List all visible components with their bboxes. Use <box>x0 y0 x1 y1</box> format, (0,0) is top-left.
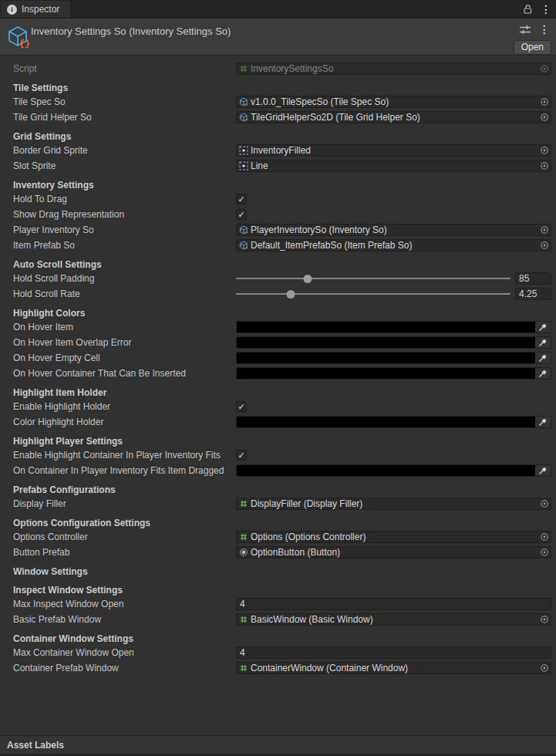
object-field[interactable]: PlayerInventorySo (Inventory So) <box>236 224 551 236</box>
object-field[interactable]: Default_ItemPrefabSo (Item Prefab So) <box>236 239 551 251</box>
object-picker-icon[interactable] <box>538 547 551 558</box>
color-swatch[interactable] <box>237 353 535 363</box>
sprite-icon <box>239 146 248 155</box>
slider-knob[interactable] <box>287 290 295 299</box>
sprite-icon <box>239 161 248 170</box>
section-header-grid-settings: Grid Settings <box>13 131 556 142</box>
field-label: Item Prefab So <box>13 240 236 251</box>
eyedropper-icon[interactable] <box>535 417 551 427</box>
field-row-player-inventory-so: Player Inventory So PlayerInventorySo (I… <box>0 224 551 236</box>
field-label: Border Grid Sprite <box>13 145 236 156</box>
header-menu-icon[interactable]: ⋮ <box>539 24 550 35</box>
section-header-auto-scroll-settings: Auto Scroll Settings <box>13 259 556 270</box>
field-row-tile-grid-helper-so: Tile Grid Helper So TileGridHelperSo2D (… <box>0 111 551 123</box>
field-label: Hold Scroll Rate <box>13 289 236 299</box>
object-field-value: DisplayFiller (Display Filler) <box>251 498 538 509</box>
object-picker-icon[interactable] <box>538 96 551 107</box>
asset-title: Inventory Settings So (Inventory Setting… <box>31 25 231 37</box>
field-label: Container Prefab Window <box>13 663 236 673</box>
eyedropper-icon[interactable] <box>535 337 551 348</box>
field-row-max-container-window-open: Max Container Window Open 4 <box>0 646 551 659</box>
unlock-icon[interactable] <box>523 4 533 15</box>
object-picker-icon[interactable] <box>538 498 551 509</box>
eyedropper-icon[interactable] <box>535 353 551 363</box>
object-field-value: Options (Options Controller) <box>251 532 538 542</box>
eyedropper-icon[interactable] <box>535 322 551 332</box>
field-row-item-prefab-so: Item Prefab So Default_ItemPrefabSo (Ite… <box>0 239 551 251</box>
object-field[interactable]: InventoryFilled <box>236 144 551 157</box>
slider-knob[interactable] <box>303 275 312 283</box>
eyedropper-icon[interactable] <box>535 465 551 476</box>
script-icon <box>239 64 248 73</box>
presets-icon[interactable] <box>519 25 531 35</box>
field-row-script: Script InventorySettingsSo <box>0 62 551 75</box>
field-row-on-hover-empty-cell: On Hover Empty Cell <box>0 352 551 364</box>
color-swatch[interactable] <box>237 465 535 476</box>
open-button[interactable]: Open <box>514 40 551 55</box>
tab-menu-icon[interactable]: ⋮ <box>541 4 551 15</box>
number-input[interactable]: 4 <box>236 646 551 659</box>
object-field-value: Line <box>251 160 538 171</box>
object-field-value: Default_ItemPrefabSo (Item Prefab So) <box>251 240 538 251</box>
color-swatch[interactable] <box>237 368 535 379</box>
eyedropper-icon[interactable] <box>535 368 551 379</box>
field-label: Max Inspect Window Open <box>13 599 236 609</box>
scriptable-object-icon <box>239 241 248 250</box>
object-picker-icon[interactable] <box>538 663 551 673</box>
object-field[interactable]: v1.0.0_TileSpecSo (Tile Spec So) <box>236 96 551 108</box>
color-field[interactable] <box>236 352 551 364</box>
tab-inspector[interactable]: i Inspector <box>1 1 70 18</box>
object-field[interactable]: ContainerWindow (Container Window) <box>236 662 551 674</box>
object-picker-icon[interactable] <box>538 160 551 171</box>
checkbox-checked[interactable]: ✓ <box>236 450 247 461</box>
object-field[interactable]: OptionButton (Button) <box>236 546 551 559</box>
scriptable-object-icon <box>239 97 248 106</box>
object-field[interactable]: TileGridHelperSo2D (Tile Grid Helper So) <box>236 111 551 123</box>
object-picker-icon[interactable] <box>538 614 551 625</box>
field-row-hold-scroll-rate: Hold Scroll Rate 4.25 <box>0 288 551 300</box>
object-field-value: InventoryFilled <box>251 145 538 156</box>
object-picker-icon[interactable] <box>538 532 551 542</box>
checkbox-checked[interactable]: ✓ <box>236 194 247 204</box>
object-picker-icon[interactable] <box>538 240 551 251</box>
object-field[interactable]: BasicWindow (Basic Window) <box>236 613 551 626</box>
check-icon: ✓ <box>238 402 244 411</box>
field-row-enable-highlight-container-fits: Enable Highlight Container In Player Inv… <box>0 449 551 461</box>
field-label: Button Prefab <box>13 547 236 558</box>
button-component-icon <box>239 548 248 557</box>
object-field[interactable]: Line <box>236 160 551 172</box>
field-row-border-grid-sprite: Border Grid Sprite InventoryFilled <box>0 144 551 157</box>
color-field[interactable] <box>236 336 551 349</box>
color-swatch[interactable] <box>237 322 535 332</box>
field-row-on-hover-item: On Hover Item <box>0 321 551 333</box>
object-picker-icon[interactable] <box>538 63 551 74</box>
color-field[interactable] <box>236 367 551 380</box>
object-picker-icon[interactable] <box>538 145 551 156</box>
object-picker-icon[interactable] <box>538 224 551 235</box>
slider-value-field[interactable]: 85 <box>515 272 551 285</box>
color-swatch[interactable] <box>237 417 535 427</box>
object-field-value: InventorySettingsSo <box>251 63 538 74</box>
object-field[interactable]: Options (Options Controller) <box>236 531 551 543</box>
section-header-options-configuration-settings: Options Configuration Settings <box>13 518 556 528</box>
checkbox-checked[interactable]: ✓ <box>236 209 247 220</box>
color-field[interactable] <box>236 321 551 333</box>
asset-labels-header[interactable]: Asset Labels <box>0 735 556 754</box>
check-icon: ✓ <box>238 451 244 460</box>
field-label: On Hover Item <box>13 322 236 332</box>
object-picker-icon[interactable] <box>538 112 551 123</box>
slider-track[interactable] <box>236 288 511 300</box>
section-header-container-window-settings: Container Window Settings <box>13 633 556 644</box>
slider-value-field[interactable]: 4.25 <box>515 288 551 300</box>
checkbox-checked[interactable]: ✓ <box>236 401 247 412</box>
object-field[interactable]: DisplayFiller (Display Filler) <box>236 498 551 510</box>
section-header-window-settings: Window Settings <box>13 566 556 577</box>
tab-strip: i Inspector ⋮ <box>0 0 556 19</box>
slider-track[interactable] <box>236 272 511 285</box>
color-field[interactable] <box>236 416 551 428</box>
color-swatch[interactable] <box>237 337 535 348</box>
check-icon: ✓ <box>238 210 244 219</box>
number-input[interactable]: 4 <box>236 598 551 610</box>
inspector-panel: i Inspector ⋮ {} Inventory Settings So (… <box>0 0 556 756</box>
color-field[interactable] <box>236 464 551 477</box>
